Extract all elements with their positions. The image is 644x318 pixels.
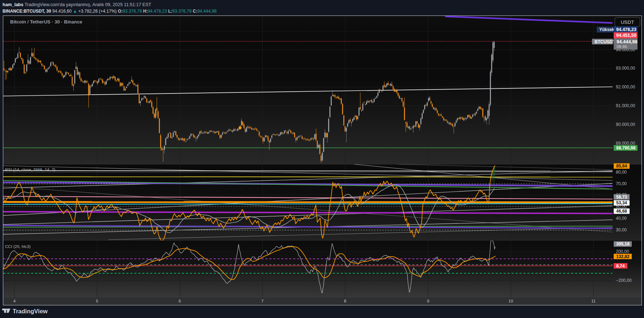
svg-text:70,00: 70,00 bbox=[616, 181, 627, 186]
svg-text:5: 5 bbox=[96, 299, 98, 303]
svg-text:92.000,00: 92.000,00 bbox=[616, 84, 635, 90]
svg-text:11: 11 bbox=[591, 299, 596, 303]
svg-text:85,64: 85,64 bbox=[616, 164, 627, 169]
svg-text:94.444,98: 94.444,98 bbox=[617, 39, 638, 44]
svg-text:89.000,00: 89.000,00 bbox=[616, 141, 635, 146]
svg-text:93.000,00: 93.000,00 bbox=[616, 66, 635, 71]
svg-text:90.000,00: 90.000,00 bbox=[616, 122, 635, 127]
svg-text:08:46: 08:46 bbox=[617, 44, 627, 49]
svg-text:CCI (20, hlc3): CCI (20, hlc3) bbox=[5, 244, 31, 249]
svg-text:Bitcoin / TetherUS · 30 · Bina: Bitcoin / TetherUS · 30 · Binance bbox=[10, 19, 82, 25]
svg-text:30,00: 30,00 bbox=[616, 227, 627, 232]
svg-text:40,00: 40,00 bbox=[616, 216, 627, 221]
svg-text:132,82: 132,82 bbox=[616, 254, 630, 259]
svg-text:200,00: 200,00 bbox=[616, 249, 629, 254]
svg-text:USDT: USDT bbox=[621, 19, 634, 25]
svg-text:Yüksek: Yüksek bbox=[599, 27, 614, 32]
svg-text:80,00: 80,00 bbox=[616, 170, 627, 175]
svg-text:91.000,00: 91.000,00 bbox=[616, 103, 635, 108]
svg-text:6: 6 bbox=[179, 299, 181, 303]
svg-text:4: 4 bbox=[13, 299, 16, 303]
svg-text:58,73: 58,73 bbox=[616, 195, 627, 200]
svg-text:BTCUSDT: BTCUSDT bbox=[595, 39, 615, 44]
svg-text:9: 9 bbox=[427, 299, 429, 303]
svg-text:7: 7 bbox=[261, 299, 264, 303]
svg-text:53,34: 53,34 bbox=[616, 200, 627, 205]
svg-text:10: 10 bbox=[509, 299, 513, 303]
svg-text:46,68: 46,68 bbox=[616, 209, 627, 214]
svg-text:88.790,98: 88.790,98 bbox=[616, 145, 636, 151]
svg-text:94.451,50: 94.451,50 bbox=[616, 33, 636, 38]
svg-text:8,74: 8,74 bbox=[616, 263, 625, 269]
svg-text:8: 8 bbox=[344, 299, 346, 303]
svg-text:94.478,23: 94.478,23 bbox=[616, 27, 636, 32]
svg-text:305,18: 305,18 bbox=[616, 241, 630, 247]
svg-text:−200,00: −200,00 bbox=[616, 278, 632, 283]
svg-text:RSI (14, close, SMA, 14, 2): RSI (14, close, SMA, 14, 2) bbox=[5, 167, 56, 172]
